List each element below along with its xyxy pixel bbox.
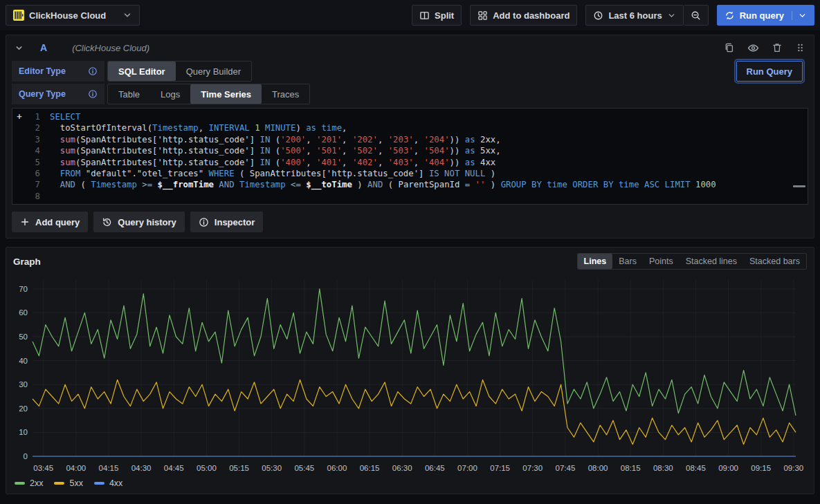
zoom-out-button[interactable] — [684, 5, 709, 26]
svg-text:08:00: 08:00 — [588, 464, 608, 472]
hide-response-eye-icon[interactable] — [747, 42, 759, 54]
explore-toolbar: ClickHouse Cloud Split Add to dashboard … — [0, 0, 820, 30]
add-query-button[interactable]: Add query — [12, 212, 88, 232]
svg-text:05:45: 05:45 — [294, 464, 314, 472]
duplicate-query-icon[interactable] — [724, 42, 735, 53]
sql-code-editor[interactable]: +1SELECT2 toStartOfInterval(Timestamp, I… — [12, 108, 808, 205]
graph-panel-title: Graph — [13, 256, 41, 267]
run-query-dropdown[interactable] — [792, 11, 807, 20]
chevron-down-icon — [122, 10, 132, 20]
collapse-chevron-icon[interactable] — [15, 44, 24, 53]
svg-text:06:45: 06:45 — [425, 464, 445, 472]
add-line-icon[interactable]: + — [12, 111, 26, 122]
query-ref-id: A — [40, 42, 47, 53]
graph-style-bars[interactable]: Bars — [612, 254, 643, 269]
svg-text:60: 60 — [19, 308, 28, 317]
line-number: 5 — [26, 157, 40, 168]
history-icon — [102, 217, 112, 227]
code-line-6[interactable]: 6 FROM "default"."otel_traces" WHERE ( S… — [12, 168, 808, 179]
line-number: 8 — [26, 191, 40, 202]
inspector-label: Inspector — [215, 217, 255, 227]
drag-handle-icon[interactable] — [795, 42, 805, 53]
editor-type-toggle: SQL Editor Query Builder — [107, 61, 252, 82]
query-type-label: Query Type — [19, 89, 66, 99]
svg-text:0: 0 — [24, 452, 28, 460]
svg-text:08:15: 08:15 — [621, 464, 641, 472]
code-line-3[interactable]: 3 sum(SpanAttributes['http.status_code']… — [12, 134, 808, 145]
query-datasource-hint: (ClickHouse Cloud) — [72, 43, 149, 53]
add-to-dashboard-label: Add to dashboard — [493, 10, 570, 21]
query-type-option-table[interactable]: Table — [108, 84, 150, 104]
query-type-option-traces[interactable]: Traces — [262, 84, 309, 104]
time-range-button[interactable]: Last 6 hours — [585, 5, 683, 26]
time-picker-group: Last 6 hours — [585, 5, 708, 26]
graph-style-stacked-lines[interactable]: Stacked lines — [680, 254, 743, 269]
legend-item-5xx[interactable]: 5xx — [54, 478, 82, 488]
run-query-panel-button[interactable]: Run Query — [736, 61, 803, 82]
gutter-spacer — [12, 145, 26, 156]
code-line-5[interactable]: 5 sum(SpanAttributes['http.status_code']… — [12, 157, 808, 168]
toolbar-actions: Split Add to dashboard Last 6 hours Run … — [412, 5, 814, 26]
info-circle-icon[interactable] — [88, 89, 98, 99]
gutter-spacer — [12, 168, 26, 179]
editor-type-row: Editor Type SQL Editor Query Builder Run… — [12, 61, 808, 82]
code-line-8[interactable]: 8 — [12, 191, 808, 202]
inspector-button[interactable]: Inspector — [190, 212, 264, 232]
zoom-out-icon — [691, 10, 701, 21]
remove-query-trash-icon[interactable] — [772, 42, 783, 53]
line-number: 3 — [26, 134, 40, 145]
gutter-spacer — [12, 134, 26, 145]
editor-type-option-query-builder[interactable]: Query Builder — [176, 62, 251, 81]
info-circle-icon — [199, 217, 209, 227]
legend-label: 5xx — [69, 478, 82, 488]
svg-text:09:15: 09:15 — [751, 464, 771, 472]
query-history-button[interactable]: Query history — [93, 212, 185, 232]
svg-text:08:45: 08:45 — [686, 464, 706, 472]
info-circle-icon[interactable] — [88, 66, 98, 76]
code-line-1[interactable]: +1SELECT — [12, 111, 808, 122]
editor-scrollbar[interactable] — [793, 185, 805, 187]
add-query-label: Add query — [35, 217, 80, 227]
svg-text:04:00: 04:00 — [66, 464, 86, 472]
svg-text:70: 70 — [19, 285, 28, 293]
run-query-toolbar-button[interactable]: Run query — [717, 5, 814, 26]
clickhouse-logo-icon — [13, 10, 24, 21]
query-editor-panel: A (ClickHouse Cloud) Editor Type SQL Edi… — [6, 35, 814, 239]
legend-item-4xx[interactable]: 4xx — [94, 478, 122, 488]
graph-canvas[interactable]: 01020304050607003:4504:0004:1504:3004:45… — [12, 271, 808, 477]
code-line-2[interactable]: 2 toStartOfInterval(Timestamp, INTERVAL … — [12, 122, 808, 133]
svg-text:06:15: 06:15 — [360, 464, 380, 472]
add-to-dashboard-button[interactable]: Add to dashboard — [470, 5, 577, 26]
split-icon — [419, 10, 430, 21]
editor-type-option-sql-editor[interactable]: SQL Editor — [108, 62, 176, 81]
line-number: 7 — [26, 179, 40, 190]
graph-style-lines[interactable]: Lines — [578, 254, 613, 269]
query-type-option-time-series[interactable]: Time Series — [190, 84, 262, 104]
datasource-picker[interactable]: ClickHouse Cloud — [6, 5, 140, 26]
svg-text:30: 30 — [19, 380, 28, 389]
query-row-header[interactable]: A (ClickHouse Cloud) — [8, 37, 812, 59]
code-line-7[interactable]: 7 AND ( Timestamp >= $__fromTime AND Tim… — [12, 179, 808, 190]
dashboard-grid-icon — [477, 10, 488, 21]
gutter-spacer — [12, 157, 26, 168]
split-button[interactable]: Split — [412, 5, 462, 26]
graph-style-toggle: Lines Bars Points Stacked lines Stacked … — [577, 253, 807, 270]
legend-swatch — [94, 482, 104, 485]
datasource-label: ClickHouse Cloud — [29, 10, 106, 21]
time-range-label: Last 6 hours — [608, 10, 662, 21]
svg-text:40: 40 — [19, 357, 28, 365]
code-line-4[interactable]: 4 sum(SpanAttributes['http.status_code']… — [12, 145, 808, 156]
graph-style-points[interactable]: Points — [643, 254, 680, 269]
split-label: Split — [435, 10, 454, 21]
query-footer-buttons: Add query Query history Inspector — [12, 212, 808, 232]
query-type-option-logs[interactable]: Logs — [150, 84, 190, 104]
query-history-label: Query history — [118, 217, 176, 227]
legend-swatch — [54, 482, 64, 485]
graph-panel-header: Graph Lines Bars Points Stacked lines St… — [6, 248, 814, 271]
svg-text:07:00: 07:00 — [457, 464, 477, 472]
line-number: 6 — [26, 168, 40, 179]
svg-text:20: 20 — [19, 404, 28, 413]
legend-item-2xx[interactable]: 2xx — [15, 478, 43, 488]
graph-style-stacked-bars[interactable]: Stacked bars — [743, 254, 806, 269]
svg-text:03:45: 03:45 — [33, 464, 53, 472]
